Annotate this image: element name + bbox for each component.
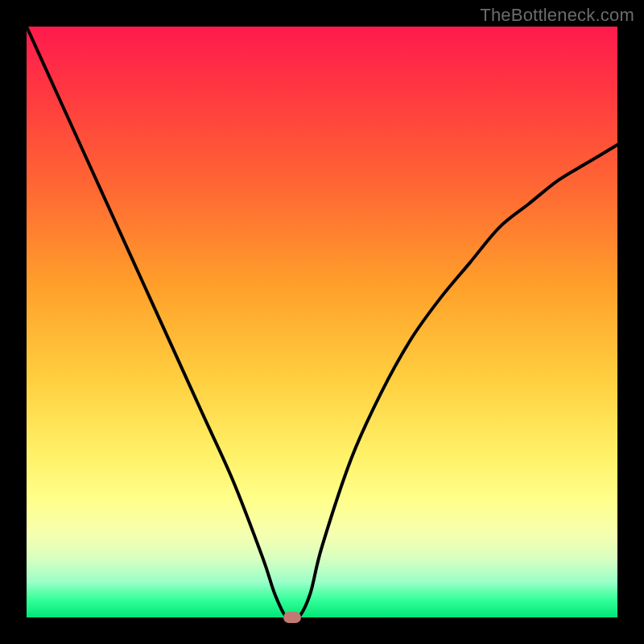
plot-area xyxy=(27,27,617,617)
chart-frame: TheBottleneck.com xyxy=(0,0,644,644)
watermark-text: TheBottleneck.com xyxy=(480,5,634,26)
bottleneck-curve xyxy=(27,27,617,617)
optimum-marker xyxy=(283,612,301,623)
